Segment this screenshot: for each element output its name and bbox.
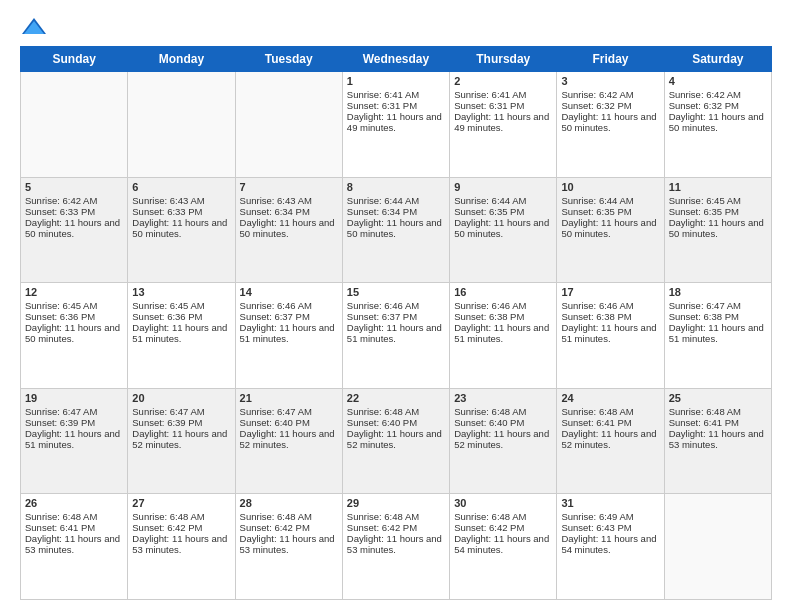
sunrise-text: Sunrise: 6:48 AM <box>347 406 445 417</box>
calendar-cell: 8Sunrise: 6:44 AMSunset: 6:34 PMDaylight… <box>342 177 449 283</box>
day-header-tuesday: Tuesday <box>235 47 342 72</box>
calendar-cell <box>128 72 235 178</box>
daylight-text: Daylight: 11 hours and 50 minutes. <box>25 217 123 239</box>
day-number: 16 <box>454 286 552 298</box>
daylight-text: Daylight: 11 hours and 52 minutes. <box>347 428 445 450</box>
calendar-cell: 6Sunrise: 6:43 AMSunset: 6:33 PMDaylight… <box>128 177 235 283</box>
sunrise-text: Sunrise: 6:48 AM <box>454 511 552 522</box>
sunrise-text: Sunrise: 6:46 AM <box>561 300 659 311</box>
sunrise-text: Sunrise: 6:49 AM <box>561 511 659 522</box>
calendar-cell: 16Sunrise: 6:46 AMSunset: 6:38 PMDayligh… <box>450 283 557 389</box>
week-row-2: 5Sunrise: 6:42 AMSunset: 6:33 PMDaylight… <box>21 177 772 283</box>
sunset-text: Sunset: 6:38 PM <box>454 311 552 322</box>
daylight-text: Daylight: 11 hours and 50 minutes. <box>132 217 230 239</box>
day-number: 15 <box>347 286 445 298</box>
calendar-cell: 31Sunrise: 6:49 AMSunset: 6:43 PMDayligh… <box>557 494 664 600</box>
calendar-cell <box>235 72 342 178</box>
sunset-text: Sunset: 6:39 PM <box>132 417 230 428</box>
calendar-cell: 27Sunrise: 6:48 AMSunset: 6:42 PMDayligh… <box>128 494 235 600</box>
daylight-text: Daylight: 11 hours and 51 minutes. <box>561 322 659 344</box>
calendar-cell: 30Sunrise: 6:48 AMSunset: 6:42 PMDayligh… <box>450 494 557 600</box>
calendar-cell: 25Sunrise: 6:48 AMSunset: 6:41 PMDayligh… <box>664 388 771 494</box>
sunset-text: Sunset: 6:37 PM <box>240 311 338 322</box>
sunset-text: Sunset: 6:38 PM <box>669 311 767 322</box>
daylight-text: Daylight: 11 hours and 53 minutes. <box>240 533 338 555</box>
sunrise-text: Sunrise: 6:42 AM <box>669 89 767 100</box>
calendar-cell <box>21 72 128 178</box>
day-number: 29 <box>347 497 445 509</box>
daylight-text: Daylight: 11 hours and 50 minutes. <box>240 217 338 239</box>
daylight-text: Daylight: 11 hours and 51 minutes. <box>240 322 338 344</box>
header <box>20 16 772 38</box>
calendar-cell: 4Sunrise: 6:42 AMSunset: 6:32 PMDaylight… <box>664 72 771 178</box>
sunset-text: Sunset: 6:41 PM <box>25 522 123 533</box>
day-number: 20 <box>132 392 230 404</box>
calendar-cell: 22Sunrise: 6:48 AMSunset: 6:40 PMDayligh… <box>342 388 449 494</box>
sunrise-text: Sunrise: 6:48 AM <box>454 406 552 417</box>
day-number: 9 <box>454 181 552 193</box>
daylight-text: Daylight: 11 hours and 50 minutes. <box>561 111 659 133</box>
day-number: 19 <box>25 392 123 404</box>
day-number: 25 <box>669 392 767 404</box>
sunrise-text: Sunrise: 6:48 AM <box>25 511 123 522</box>
sunrise-text: Sunrise: 6:48 AM <box>347 511 445 522</box>
sunrise-text: Sunrise: 6:45 AM <box>25 300 123 311</box>
daylight-text: Daylight: 11 hours and 53 minutes. <box>347 533 445 555</box>
sunset-text: Sunset: 6:37 PM <box>347 311 445 322</box>
day-number: 8 <box>347 181 445 193</box>
sunset-text: Sunset: 6:38 PM <box>561 311 659 322</box>
sunrise-text: Sunrise: 6:48 AM <box>240 511 338 522</box>
calendar-table: SundayMondayTuesdayWednesdayThursdayFrid… <box>20 46 772 600</box>
calendar-cell <box>664 494 771 600</box>
day-header-sunday: Sunday <box>21 47 128 72</box>
calendar-cell: 24Sunrise: 6:48 AMSunset: 6:41 PMDayligh… <box>557 388 664 494</box>
daylight-text: Daylight: 11 hours and 50 minutes. <box>454 217 552 239</box>
sunrise-text: Sunrise: 6:45 AM <box>669 195 767 206</box>
sunrise-text: Sunrise: 6:43 AM <box>132 195 230 206</box>
sunset-text: Sunset: 6:34 PM <box>347 206 445 217</box>
sunset-text: Sunset: 6:35 PM <box>454 206 552 217</box>
calendar-cell: 28Sunrise: 6:48 AMSunset: 6:42 PMDayligh… <box>235 494 342 600</box>
day-header-thursday: Thursday <box>450 47 557 72</box>
sunrise-text: Sunrise: 6:43 AM <box>240 195 338 206</box>
calendar-cell: 9Sunrise: 6:44 AMSunset: 6:35 PMDaylight… <box>450 177 557 283</box>
sunset-text: Sunset: 6:33 PM <box>132 206 230 217</box>
day-number: 12 <box>25 286 123 298</box>
day-number: 5 <box>25 181 123 193</box>
calendar-cell: 21Sunrise: 6:47 AMSunset: 6:40 PMDayligh… <box>235 388 342 494</box>
sunrise-text: Sunrise: 6:46 AM <box>347 300 445 311</box>
day-number: 1 <box>347 75 445 87</box>
calendar-cell: 14Sunrise: 6:46 AMSunset: 6:37 PMDayligh… <box>235 283 342 389</box>
day-number: 28 <box>240 497 338 509</box>
calendar-cell: 20Sunrise: 6:47 AMSunset: 6:39 PMDayligh… <box>128 388 235 494</box>
calendar-cell: 5Sunrise: 6:42 AMSunset: 6:33 PMDaylight… <box>21 177 128 283</box>
calendar-cell: 12Sunrise: 6:45 AMSunset: 6:36 PMDayligh… <box>21 283 128 389</box>
daylight-text: Daylight: 11 hours and 50 minutes. <box>669 111 767 133</box>
day-number: 3 <box>561 75 659 87</box>
week-row-3: 12Sunrise: 6:45 AMSunset: 6:36 PMDayligh… <box>21 283 772 389</box>
day-header-saturday: Saturday <box>664 47 771 72</box>
calendar-cell: 23Sunrise: 6:48 AMSunset: 6:40 PMDayligh… <box>450 388 557 494</box>
sunset-text: Sunset: 6:40 PM <box>240 417 338 428</box>
day-number: 26 <box>25 497 123 509</box>
sunset-text: Sunset: 6:40 PM <box>347 417 445 428</box>
day-header-friday: Friday <box>557 47 664 72</box>
daylight-text: Daylight: 11 hours and 51 minutes. <box>347 322 445 344</box>
calendar-cell: 18Sunrise: 6:47 AMSunset: 6:38 PMDayligh… <box>664 283 771 389</box>
day-number: 27 <box>132 497 230 509</box>
sunrise-text: Sunrise: 6:48 AM <box>669 406 767 417</box>
daylight-text: Daylight: 11 hours and 51 minutes. <box>132 322 230 344</box>
day-header-monday: Monday <box>128 47 235 72</box>
day-number: 18 <box>669 286 767 298</box>
sunset-text: Sunset: 6:31 PM <box>347 100 445 111</box>
daylight-text: Daylight: 11 hours and 51 minutes. <box>669 322 767 344</box>
daylight-text: Daylight: 11 hours and 49 minutes. <box>454 111 552 133</box>
sunset-text: Sunset: 6:36 PM <box>132 311 230 322</box>
sunrise-text: Sunrise: 6:47 AM <box>240 406 338 417</box>
sunset-text: Sunset: 6:31 PM <box>454 100 552 111</box>
daylight-text: Daylight: 11 hours and 50 minutes. <box>25 322 123 344</box>
daylight-text: Daylight: 11 hours and 51 minutes. <box>454 322 552 344</box>
daylight-text: Daylight: 11 hours and 52 minutes. <box>561 428 659 450</box>
daylight-text: Daylight: 11 hours and 50 minutes. <box>561 217 659 239</box>
sunrise-text: Sunrise: 6:44 AM <box>454 195 552 206</box>
